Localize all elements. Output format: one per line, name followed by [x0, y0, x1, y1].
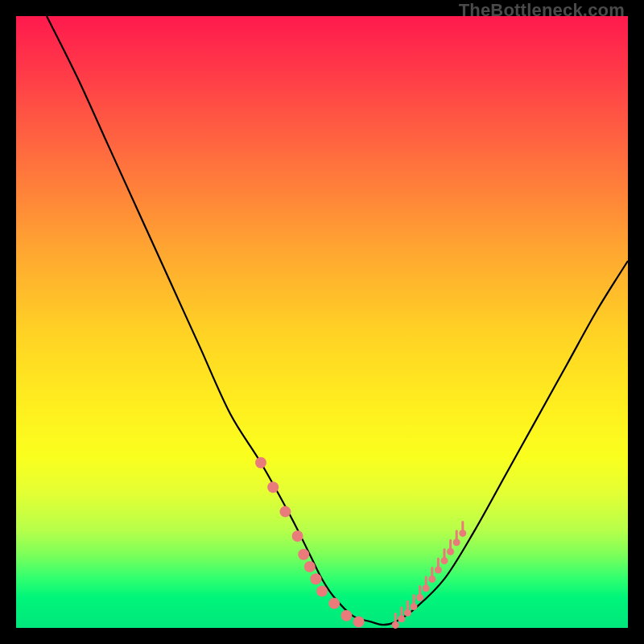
curve-svg: [16, 16, 628, 628]
right-tick-dot: [459, 530, 466, 537]
bottleneck-curve: [47, 16, 628, 625]
left-dot: [353, 616, 365, 627]
right-tick-dot: [404, 609, 411, 617]
right-tick-dot: [423, 584, 430, 592]
right-tick-dot: [398, 615, 405, 622]
right-tick-dot: [441, 557, 448, 564]
right-tick-dot: [416, 594, 423, 601]
left-dot: [279, 506, 291, 518]
left-dot: [316, 585, 328, 597]
left-dot: [310, 573, 321, 584]
left-dot: [292, 530, 303, 542]
right-tick-dot: [392, 621, 399, 629]
left-dot: [341, 610, 352, 621]
right-tick-dot: [411, 603, 418, 610]
chart-frame: TheBottleneck.com: [0, 0, 644, 644]
right-tick-dot: [447, 548, 454, 555]
right-tick-dot: [435, 567, 442, 574]
right-tick-dot: [428, 576, 436, 583]
left-dot: [267, 481, 279, 493]
left-dot: [298, 549, 309, 560]
plot-area: [16, 16, 628, 628]
left-dot: [255, 457, 266, 469]
left-dot: [304, 561, 316, 572]
left-dot: [328, 598, 340, 609]
right-tick-dot: [453, 539, 460, 546]
